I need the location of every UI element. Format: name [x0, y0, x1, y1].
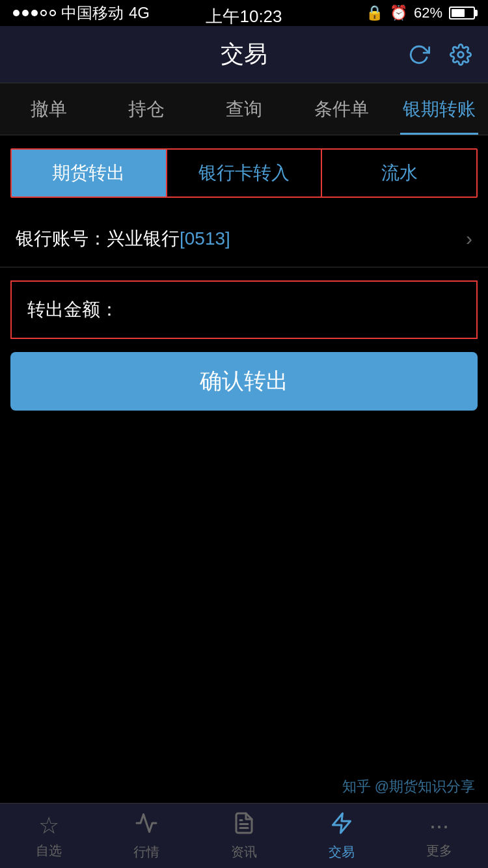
- trade-icon: [330, 811, 353, 841]
- chart-icon: [135, 811, 158, 841]
- bank-code: [0513]: [180, 228, 230, 249]
- dot5: [49, 10, 56, 16]
- status-left: 中国移动 4G: [13, 3, 150, 23]
- subtab-流水[interactable]: 流水: [322, 150, 476, 197]
- bottom-nav-交易[interactable]: 交易: [293, 804, 390, 868]
- alarm-icon: ⏰: [390, 5, 407, 21]
- top-tabs: 撤单 持仓 查询 条件单 银期转账: [0, 83, 488, 135]
- signal-dots: [13, 10, 56, 16]
- bottom-nav-行情[interactable]: 行情: [98, 804, 195, 868]
- bottom-nav-更多[interactable]: ··· 更多: [390, 804, 488, 868]
- dot2: [22, 10, 29, 16]
- confirm-button-label: 确认转出: [200, 366, 288, 396]
- tab-持仓[interactable]: 持仓: [98, 83, 195, 135]
- bottom-nav-label-更多: 更多: [426, 842, 452, 860]
- account-label: 银行账号：兴业银行[0513]: [16, 226, 230, 251]
- confirm-button[interactable]: 确认转出: [10, 352, 478, 411]
- subtab-期货转出[interactable]: 期货转出: [12, 150, 167, 197]
- battery-label: 62%: [414, 5, 442, 21]
- settings-button[interactable]: [446, 40, 475, 69]
- network-label: 4G: [129, 4, 150, 22]
- lock-icon: 🔒: [366, 5, 383, 21]
- account-row[interactable]: 银行账号：兴业银行[0513] ›: [0, 211, 488, 267]
- amount-input[interactable]: [118, 299, 461, 320]
- chevron-right-icon: ›: [466, 228, 472, 250]
- refresh-button[interactable]: [405, 40, 433, 69]
- carrier-label: 中国移动: [61, 3, 124, 23]
- watermark: 知乎 @期货知识分享: [342, 777, 475, 796]
- content-area: 期货转出 银行卡转入 流水 银行账号：兴业银行[0513] › 转出金额： 确认…: [0, 148, 488, 411]
- bottom-nav-label-行情: 行情: [133, 843, 159, 861]
- tab-条件单[interactable]: 条件单: [293, 83, 390, 135]
- tab-查询[interactable]: 查询: [195, 83, 293, 135]
- page-title: 交易: [221, 38, 267, 70]
- dot4: [40, 10, 47, 16]
- account-text: 银行账号：兴业银行: [16, 228, 180, 249]
- nav-bar: 交易: [0, 26, 488, 83]
- bottom-nav: ☆ 自选 行情 资讯 交易 ···: [0, 803, 488, 868]
- nav-actions: [405, 40, 475, 69]
- amount-row: 转出金额：: [10, 280, 478, 339]
- tab-银期转账[interactable]: 银期转账: [390, 83, 488, 135]
- star-icon: ☆: [38, 812, 59, 839]
- svg-marker-3: [333, 813, 351, 833]
- bottom-nav-label-资讯: 资讯: [231, 843, 257, 861]
- subtab-银行卡转入[interactable]: 银行卡转入: [167, 150, 323, 197]
- svg-point-0: [458, 51, 464, 57]
- battery-indicator: [449, 7, 475, 20]
- tab-撤单[interactable]: 撤单: [0, 83, 98, 135]
- bottom-nav-label-自选: 自选: [36, 842, 62, 860]
- dot3: [31, 10, 38, 16]
- bottom-nav-自选[interactable]: ☆ 自选: [0, 804, 98, 868]
- bottom-nav-label-交易: 交易: [329, 843, 355, 861]
- amount-label: 转出金额：: [27, 297, 118, 322]
- sub-tabs: 期货转出 银行卡转入 流水: [10, 148, 478, 198]
- status-right: 🔒 ⏰ 62%: [366, 5, 475, 21]
- more-icon: ···: [429, 812, 449, 839]
- status-bar: 中国移动 4G 上午10:23 🔒 ⏰ 62%: [0, 0, 488, 26]
- time-label: 上午10:23: [206, 5, 282, 28]
- news-icon: [232, 811, 256, 841]
- battery-fill: [452, 9, 465, 17]
- dot1: [13, 10, 20, 16]
- bottom-nav-资讯[interactable]: 资讯: [195, 804, 293, 868]
